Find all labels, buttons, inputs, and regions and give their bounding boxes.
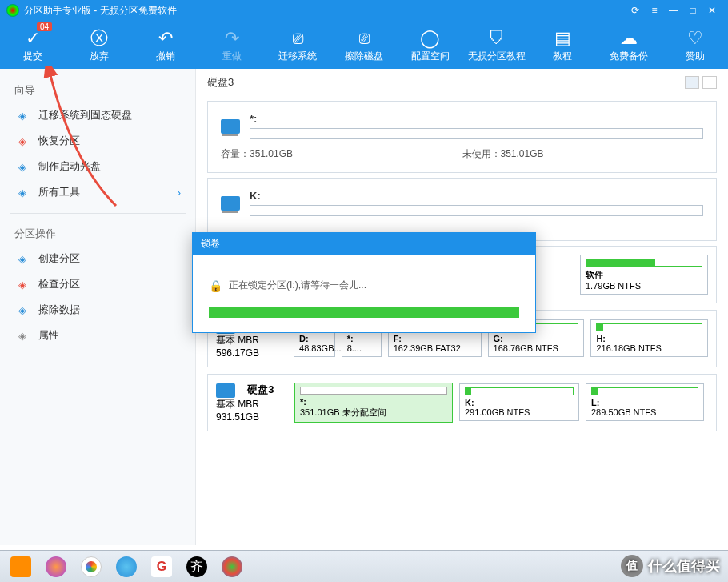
progress-dialog: 锁卷 🔒 正在锁定分区(I:),请等待一会儿... bbox=[192, 232, 536, 333]
sidebar-item[interactable]: ◈创建分区 bbox=[0, 246, 195, 271]
sidebar-item[interactable]: ◈所有工具› bbox=[0, 179, 195, 205]
toolbar: 04✓提交ⓧ放弃↶撤销↷重做⎚迁移系统⎚擦除磁盘◯配置空间⛉无损分区教程▤教程☁… bbox=[0, 21, 728, 69]
toolbar-配置空间[interactable]: ◯配置空间 bbox=[397, 21, 463, 69]
chevron-right-icon: › bbox=[178, 187, 181, 199]
disk-size: 596.17GB bbox=[216, 347, 287, 359]
toolbar-撤销[interactable]: ↶撤销 bbox=[132, 21, 198, 69]
watermark-icon: 值 bbox=[621, 555, 643, 577]
toolbar-免费备份[interactable]: ☁免费备份 bbox=[596, 21, 662, 69]
taskbar-app[interactable] bbox=[109, 554, 144, 580]
tool-icon: ↶ bbox=[158, 27, 173, 50]
taskbar: G 齐 bbox=[0, 550, 728, 582]
sidebar-item[interactable]: ◈迁移系统到固态硬盘 bbox=[0, 102, 195, 128]
maximize-icon[interactable]: □ bbox=[683, 5, 702, 16]
taskbar-app[interactable]: 齐 bbox=[179, 554, 214, 580]
partition-name: 软件 bbox=[586, 269, 702, 281]
sidebar-icon: ◈ bbox=[14, 109, 30, 122]
disk-title: 硬盘3 bbox=[207, 75, 234, 90]
tool-icon: ↷ bbox=[225, 27, 239, 50]
taskbar-app[interactable] bbox=[38, 554, 74, 580]
disk-partition[interactable]: H:216.18GB NTFS bbox=[590, 319, 708, 357]
view-list-icon[interactable] bbox=[702, 76, 717, 89]
partition-bar bbox=[250, 205, 703, 216]
partition-letter: K: bbox=[250, 190, 703, 202]
watermark: 值 什么值得买 bbox=[621, 555, 720, 577]
drive-icon bbox=[221, 119, 240, 134]
sidebar-icon: ◈ bbox=[14, 134, 30, 147]
taskbar-app[interactable]: G bbox=[144, 554, 179, 580]
titlebar: 分区助手专业版 - 无损分区免费软件 ⟳ ≡ — □ ✕ bbox=[0, 0, 728, 21]
sidebar-icon: ◈ bbox=[14, 186, 30, 199]
menu-icon[interactable]: ≡ bbox=[645, 5, 664, 16]
toolbar-迁移系统[interactable]: ⎚迁移系统 bbox=[265, 21, 331, 69]
sidebar-section-ops: 分区操作 bbox=[0, 222, 195, 246]
tool-icon: ☁ bbox=[620, 27, 638, 50]
disk-partition[interactable]: 软件 1.79GB NTFS bbox=[580, 255, 708, 295]
sidebar-icon: ◈ bbox=[14, 303, 30, 316]
sidebar-icon: ◈ bbox=[14, 252, 30, 265]
view-grid-icon[interactable] bbox=[685, 76, 699, 89]
sidebar-item[interactable]: ◈制作启动光盘 bbox=[0, 154, 195, 179]
taskbar-app[interactable] bbox=[3, 554, 38, 580]
drive-icon bbox=[221, 196, 240, 211]
toolbar-赞助[interactable]: ♡赞助 bbox=[662, 21, 728, 69]
sidebar-icon: ◈ bbox=[14, 160, 30, 173]
minimize-icon[interactable]: — bbox=[664, 5, 683, 16]
tool-icon: ⓧ bbox=[90, 27, 108, 50]
tool-icon: ▤ bbox=[554, 27, 571, 50]
sidebar-item[interactable]: ◈擦除数据 bbox=[0, 297, 195, 323]
sidebar-icon: ◈ bbox=[14, 278, 30, 291]
toolbar-重做[interactable]: ↷重做 bbox=[198, 21, 265, 69]
progress-bar bbox=[209, 307, 519, 318]
disk-size: 931.51GB bbox=[216, 411, 288, 423]
disk-partition[interactable]: L:289.50GB NTFS bbox=[586, 383, 704, 421]
refresh-icon[interactable]: ⟳ bbox=[626, 5, 645, 16]
close-icon[interactable]: ✕ bbox=[702, 5, 722, 16]
window-title: 分区助手专业版 - 无损分区免费软件 bbox=[24, 4, 626, 18]
toolbar-擦除磁盘[interactable]: ⎚擦除磁盘 bbox=[331, 21, 398, 69]
dialog-message: 正在锁定分区(I:),请等待一会儿... bbox=[229, 279, 366, 292]
sidebar-section-wizard: 向导 bbox=[0, 78, 195, 102]
sidebar-item[interactable]: ◈恢复分区 bbox=[0, 128, 195, 154]
disk-partition[interactable]: *:351.01GB 未分配空间 bbox=[294, 383, 453, 423]
taskbar-app[interactable] bbox=[214, 554, 250, 580]
dialog-title: 锁卷 bbox=[193, 233, 535, 255]
app-logo-icon bbox=[6, 4, 19, 17]
drive-icon bbox=[216, 383, 235, 398]
disk-name: 硬盘3 bbox=[247, 383, 274, 395]
toolbar-提交[interactable]: 04✓提交 bbox=[0, 21, 66, 69]
tool-icon: ◯ bbox=[420, 27, 440, 50]
toolbar-教程[interactable]: ▤教程 bbox=[530, 21, 596, 69]
capacity-label: 容量：351.01GB bbox=[221, 147, 462, 161]
tool-icon: ⛉ bbox=[488, 27, 506, 50]
disk-partition[interactable]: K:291.00GB NTFS bbox=[459, 383, 579, 421]
badge: 04 bbox=[37, 22, 52, 31]
toolbar-无损分区教程[interactable]: ⛉无损分区教程 bbox=[463, 21, 530, 69]
sidebar-item[interactable]: ◈检查分区 bbox=[0, 271, 195, 297]
sidebar-icon: ◈ bbox=[14, 329, 30, 342]
partition-card[interactable]: *: 容量：351.01GB 未使用：351.01GB bbox=[207, 101, 717, 173]
unused-label: 未使用：351.01GB bbox=[462, 147, 704, 161]
partition-size: 1.79GB NTFS bbox=[586, 281, 702, 291]
partition-letter: *: bbox=[250, 113, 703, 125]
tool-icon: ⎚ bbox=[293, 27, 303, 50]
disk-row[interactable]: 硬盘3基本 MBR931.51GB*:351.01GB 未分配空间K:291.0… bbox=[207, 374, 717, 431]
sidebar: 向导 ◈迁移系统到固态硬盘◈恢复分区◈制作启动光盘◈所有工具› 分区操作 ◈创建… bbox=[0, 69, 196, 545]
tool-icon: ⎚ bbox=[359, 27, 370, 50]
lock-icon: 🔒 bbox=[209, 279, 222, 292]
tool-icon: ♡ bbox=[687, 27, 703, 50]
toolbar-放弃[interactable]: ⓧ放弃 bbox=[66, 21, 133, 69]
partition-bar bbox=[250, 128, 703, 139]
taskbar-app[interactable] bbox=[74, 554, 109, 580]
sidebar-item[interactable]: ◈属性 bbox=[0, 323, 195, 348]
